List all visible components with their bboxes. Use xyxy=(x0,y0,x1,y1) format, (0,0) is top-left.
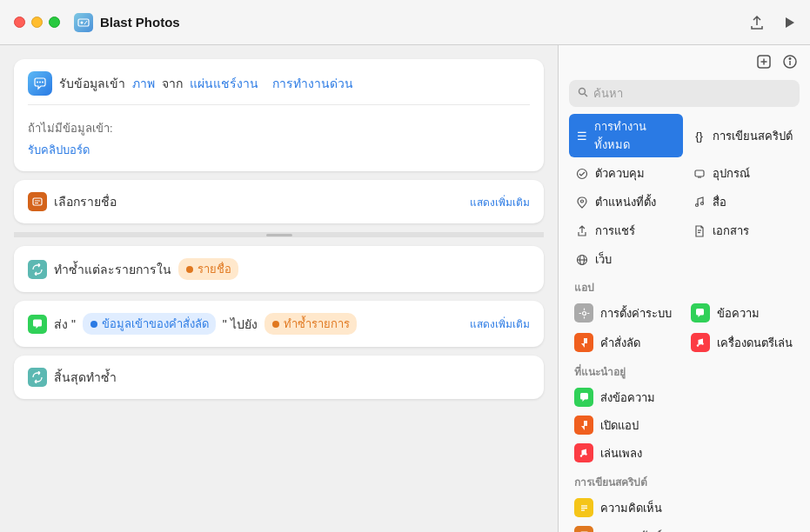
play-music-suggest-icon xyxy=(574,443,593,462)
repeat-prefix: ทำซ้ำแต่ละรายการใน xyxy=(54,260,171,279)
send-to-badge: ทำซ้ำรายการ xyxy=(264,313,357,335)
settings-icon xyxy=(574,303,593,323)
app-item-shortcuts[interactable]: คำสั่งลัด xyxy=(569,329,684,356)
svg-point-5 xyxy=(42,82,44,83)
play-button[interactable] xyxy=(782,16,796,30)
receive-type-link[interactable]: ภาพ xyxy=(132,74,155,93)
right-header-icons xyxy=(756,54,798,73)
share-button[interactable] xyxy=(749,15,765,30)
search-bar[interactable]: ค้นหา xyxy=(569,80,800,107)
titlebar-actions xyxy=(749,15,796,30)
location-icon xyxy=(574,195,590,210)
svg-point-18 xyxy=(579,89,586,95)
choose-list-expand[interactable]: แสดงเพิ่มเติม xyxy=(470,194,530,210)
svg-point-31 xyxy=(582,311,586,315)
scripting-show-result[interactable]: แสดงผลลัพธ์ xyxy=(569,522,800,532)
suggestion-send-message[interactable]: ส่งข้อความ xyxy=(569,383,800,411)
svg-point-37 xyxy=(585,453,586,455)
card-divider-1 xyxy=(28,104,530,105)
category-all-label: การทำงานทั้งหมด xyxy=(594,117,677,154)
svg-point-33 xyxy=(696,344,698,346)
resize-handle[interactable] xyxy=(14,232,544,237)
svg-rect-21 xyxy=(695,170,704,176)
control-icon xyxy=(574,166,590,182)
svg-marker-32 xyxy=(581,338,587,348)
choose-list-icon xyxy=(28,192,47,211)
send-msg-icon xyxy=(28,315,47,334)
end-repeat-label: สิ้นสุดทำซ้ำ xyxy=(54,368,117,387)
category-scripting-label: การเขียนสคริปต์ xyxy=(713,127,793,145)
search-icon xyxy=(578,87,588,100)
apps-grid: การตั้งค่าระบบ ข้อความ xyxy=(569,299,800,356)
web-icon xyxy=(574,252,590,268)
send-expand[interactable]: แสดงเพิ่มเติม xyxy=(470,316,530,332)
svg-line-19 xyxy=(585,94,587,96)
suggestion-send-label: ส่งข้อความ xyxy=(600,389,655,407)
category-devices[interactable]: อุปกรณ์ xyxy=(686,161,800,186)
app-title: Blast Photos xyxy=(100,15,180,30)
category-devices-label: อุปกรณ์ xyxy=(713,164,750,183)
svg-point-3 xyxy=(37,82,38,83)
fallback-label: ถ้าไม่มีข้อมูลเข้า: xyxy=(28,119,113,137)
search-input[interactable]: ค้นหา xyxy=(593,84,791,103)
app-item-settings[interactable]: การตั้งค่าระบบ xyxy=(569,299,684,327)
app-music-label: เครื่องดนตรีเล่น xyxy=(717,334,793,352)
category-grid: ☰ การทำงานทั้งหมด {} การเขียนสคริปต์ ตัว… xyxy=(569,114,800,272)
send-middle: " ไปยัง xyxy=(223,315,258,334)
svg-point-23 xyxy=(581,200,584,203)
receive-from: จาก xyxy=(162,74,183,93)
info-button[interactable] xyxy=(782,54,798,73)
app-item-messages[interactable]: ข้อความ xyxy=(686,299,800,327)
suggestion-open-app[interactable]: เปิดแอป xyxy=(569,411,800,439)
add-action-button[interactable] xyxy=(756,54,772,73)
sharing-icon xyxy=(574,223,590,239)
close-button[interactable] xyxy=(14,17,25,28)
category-documents[interactable]: เอกสาร xyxy=(686,218,800,243)
end-repeat-card: สิ้นสุดทำซ้ำ xyxy=(14,356,544,399)
app-shortcuts-label: คำสั่งลัด xyxy=(600,334,640,352)
left-panel: รับข้อมูลเข้า ภาพ จาก แผ่นแชร์งาน การทำง… xyxy=(0,45,558,532)
show-result-icon xyxy=(574,526,593,532)
category-sharing[interactable]: การแชร์ xyxy=(569,218,683,243)
scripting-comment-label: ความคิดเห็น xyxy=(600,499,662,517)
app-item-music[interactable]: เครื่องดนตรีเล่น xyxy=(686,329,800,356)
category-music[interactable]: สื่อ xyxy=(686,190,800,215)
choose-list-card: เลือกรายชื่อ แสดงเพิ่มเติม xyxy=(14,180,544,223)
repeat-badge-label: รายชื่อ xyxy=(197,260,231,278)
svg-point-4 xyxy=(39,82,41,83)
category-scripting[interactable]: {} การเขียนสคริปต์ xyxy=(686,114,800,157)
category-music-label: สื่อ xyxy=(713,193,726,211)
svg-point-36 xyxy=(580,455,582,456)
svg-point-34 xyxy=(701,342,703,344)
minimize-button[interactable] xyxy=(31,17,43,28)
documents-icon xyxy=(692,223,707,239)
end-repeat-icon xyxy=(28,368,47,387)
suggestion-play-music[interactable]: เล่นเพลง xyxy=(569,439,800,467)
show-result-label: แสดงผลลัพธ์ xyxy=(600,527,662,533)
svg-point-9 xyxy=(186,266,193,273)
fallback-link[interactable]: รับคลิปบอร์ด xyxy=(28,141,90,159)
right-panel-content: ☰ การทำงานทั้งหมด {} การเขียนสคริปต์ ตัว… xyxy=(559,114,810,532)
choose-list-label: เลือกรายชื่อ xyxy=(54,192,117,211)
svg-point-10 xyxy=(90,321,97,328)
titlebar: Blast Photos xyxy=(0,0,810,45)
scripting-comment[interactable]: ความคิดเห็น xyxy=(569,494,800,522)
suggestions-section-title: ที่แนะนำอยู่ xyxy=(569,363,800,380)
category-location[interactable]: ตำแหน่งที่ตั้ง xyxy=(569,190,683,215)
maximize-button[interactable] xyxy=(49,17,60,28)
app-messages-label: ข้อความ xyxy=(717,304,760,323)
category-control[interactable]: ตัวควบคุม xyxy=(569,161,683,186)
right-panel: ค้นหา ☰ การทำงานทั้งหมด {} การเขียนสคริป… xyxy=(558,45,810,532)
source-link-1[interactable]: แผ่นแชร์งาน xyxy=(190,74,258,93)
svg-point-25 xyxy=(700,203,703,205)
open-app-suggest-icon xyxy=(574,416,593,435)
send-msg-suggest-icon xyxy=(574,388,593,407)
repeat-icon xyxy=(28,260,47,279)
svg-point-17 xyxy=(789,58,791,60)
category-web[interactable]: เว็บ xyxy=(569,247,683,272)
svg-rect-0 xyxy=(78,19,89,26)
receive-prefix: รับข้อมูลเข้า xyxy=(59,74,125,93)
source-link-2[interactable]: การทำงานด่วน xyxy=(272,74,353,93)
category-all[interactable]: ☰ การทำงานทั้งหมด xyxy=(569,114,683,157)
send-input-badge-label: ข้อมูลเข้าของคำสั่งลัด xyxy=(102,315,209,333)
